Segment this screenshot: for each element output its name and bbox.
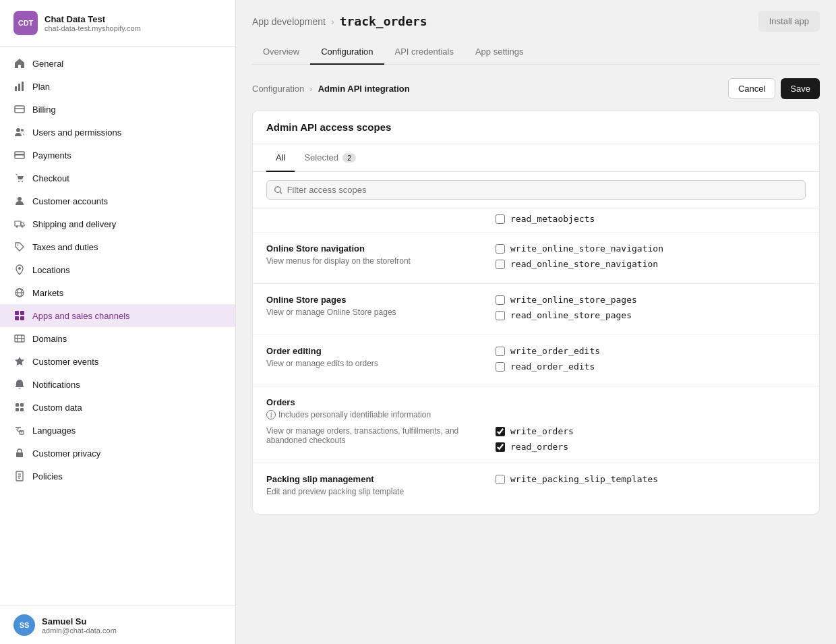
label-read-orders[interactable]: read_orders — [510, 442, 568, 452]
api-scopes-card: Admin API access scopes All Selected 2 — [252, 110, 820, 515]
sidebar-label-general: General — [32, 59, 63, 69]
label-write-packing-slip-templates[interactable]: write_packing_slip_templates — [510, 474, 658, 484]
sidebar-item-general[interactable]: General — [0, 52, 235, 75]
sidebar-item-customer-privacy[interactable]: Customer privacy — [0, 442, 235, 465]
svg-point-13 — [22, 226, 24, 228]
cancel-button[interactable]: Cancel — [728, 78, 775, 99]
sidebar-item-domains[interactable]: Domains — [0, 327, 235, 350]
breadcrumb-parent[interactable]: App development — [252, 16, 326, 27]
sidebar-label-payments: Payments — [32, 150, 71, 160]
svg-rect-3 — [15, 106, 24, 113]
checkbox-write-packing-slip-templates[interactable] — [496, 475, 505, 484]
doc-icon — [13, 470, 26, 482]
scope-tab-selected[interactable]: Selected 2 — [295, 144, 365, 172]
checkbox-read-online-store-pages[interactable] — [496, 311, 505, 320]
tab-app-settings[interactable]: App settings — [465, 40, 535, 65]
save-button[interactable]: Save — [781, 78, 820, 99]
sidebar-item-taxes[interactable]: Taxes and duties — [0, 235, 235, 258]
scope-checks-col-online-store-nav: write_online_store_navigation read_onlin… — [496, 243, 806, 269]
sidebar-item-users[interactable]: Users and permissions — [0, 121, 235, 144]
scope-tab-all[interactable]: All — [266, 144, 295, 172]
label-write-order-edits[interactable]: write_order_edits — [510, 346, 600, 356]
label-read-metaobjects[interactable]: read_metaobjects — [510, 214, 595, 224]
svg-point-6 — [21, 129, 24, 131]
users-icon — [13, 126, 26, 138]
scope-section-order-editing: Order editing View or manage edits to or… — [253, 335, 819, 386]
svg-rect-27 — [20, 408, 24, 411]
scope-section-orders: Orders i Includes personally identifiabl… — [253, 386, 819, 463]
sidebar-label-checkout: Checkout — [32, 173, 69, 183]
main-tabs: Overview Configuration API credentials A… — [252, 40, 820, 65]
checkbox-read-orders[interactable] — [496, 442, 505, 452]
sidebar-label-policies: Policies — [32, 471, 63, 481]
scope-checks-col-packing-slip: write_packing_slip_templates — [496, 474, 806, 484]
store-header[interactable]: CDT Chat Data Test chat-data-test.myshop… — [0, 0, 235, 47]
scope-item-read-orders: read_orders — [496, 442, 806, 452]
scope-checks-col-online-store-pages: write_online_store_pages read_online_sto… — [496, 295, 806, 320]
checkbox-read-online-store-navigation[interactable] — [496, 260, 505, 269]
tab-overview[interactable]: Overview — [252, 40, 310, 65]
store-info: Chat Data Test chat-data-test.myshopify.… — [44, 14, 141, 32]
sidebar-item-shipping[interactable]: Shipping and delivery — [0, 212, 235, 235]
scope-body-orders: View or manage orders, transactions, ful… — [266, 426, 806, 452]
sidebar-item-notifications[interactable]: Notifications — [0, 373, 235, 396]
sidebar-item-languages[interactable]: Languages — [0, 419, 235, 442]
user-footer[interactable]: SS Samuel Su admin@chat-data.com — [0, 606, 235, 644]
user-email: admin@chat-data.com — [42, 626, 117, 635]
label-write-orders[interactable]: write_orders — [510, 426, 574, 436]
sidebar-label-markets: Markets — [32, 288, 63, 298]
sidebar-label-customer-events: Customer events — [32, 357, 98, 367]
filter-input[interactable] — [287, 185, 798, 195]
label-read-online-store-pages[interactable]: read_online_store_pages — [510, 310, 632, 320]
sidebar-item-locations[interactable]: Locations — [0, 258, 235, 281]
checkbox-read-order-edits[interactable] — [496, 362, 505, 372]
sidebar-item-payments[interactable]: Payments — [0, 144, 235, 167]
label-write-online-store-navigation[interactable]: write_online_store_navigation — [510, 243, 663, 254]
content-area: Overview Configuration API credentials A… — [236, 32, 836, 644]
sidebar-item-checkout[interactable]: Checkout — [0, 167, 235, 189]
sub-breadcrumb-current: Admin API integration — [318, 84, 410, 94]
label-read-online-store-navigation[interactable]: read_online_store_navigation — [510, 259, 658, 269]
scope-item-read-online-store-navigation: read_online_store_navigation — [496, 259, 806, 269]
checkbox-write-orders[interactable] — [496, 427, 505, 436]
store-name: Chat Data Test — [44, 14, 141, 24]
svg-rect-8 — [15, 154, 24, 156]
tab-api-credentials[interactable]: API credentials — [384, 40, 465, 65]
install-app-button[interactable]: Install app — [758, 11, 820, 32]
sidebar-item-customer-events[interactable]: Customer events — [0, 350, 235, 373]
sidebar-label-users: Users and permissions — [32, 127, 121, 138]
checkbox-read-metaobjects[interactable] — [496, 214, 505, 224]
checkbox-write-online-store-navigation[interactable] — [496, 244, 505, 254]
svg-point-12 — [16, 226, 18, 228]
scope-tab-selected-label: Selected — [304, 152, 338, 163]
label-read-order-edits[interactable]: read_order_edits — [510, 361, 595, 372]
sidebar-item-apps[interactable]: Apps and sales channels — [0, 304, 235, 327]
label-write-online-store-pages[interactable]: write_online_store_pages — [510, 295, 637, 305]
svg-rect-22 — [20, 316, 24, 320]
scope-desc-col-packing-slip: Packing slip management Edit and preview… — [266, 474, 482, 503]
breadcrumb-current: track_orders — [340, 14, 427, 28]
sidebar-item-customer-accounts[interactable]: Customer accounts — [0, 189, 235, 212]
sidebar-item-policies[interactable]: Policies — [0, 465, 235, 488]
scope-section-info-text-orders: Includes personally identifiable informa… — [278, 410, 431, 419]
checkbox-write-online-store-pages[interactable] — [496, 295, 505, 305]
events-icon — [13, 355, 26, 368]
scope-body-order-editing: Order editing View or manage edits to or… — [266, 346, 806, 375]
svg-point-15 — [18, 267, 21, 270]
scope-selected-badge: 2 — [342, 153, 356, 163]
sidebar-item-markets[interactable]: Markets — [0, 281, 235, 304]
sidebar-item-plan[interactable]: Plan — [0, 75, 235, 98]
breadcrumb-separator: › — [331, 16, 334, 27]
apps-icon — [13, 310, 26, 322]
sidebar-item-billing[interactable]: Billing — [0, 98, 235, 121]
checkbox-write-order-edits[interactable] — [496, 347, 505, 356]
data-icon — [13, 401, 26, 413]
sub-breadcrumb-parent[interactable]: Configuration — [252, 84, 304, 94]
sidebar-label-locations: Locations — [32, 265, 70, 275]
sidebar-label-apps: Apps and sales channels — [32, 311, 130, 321]
scope-body-packing-slip: Packing slip management Edit and preview… — [266, 474, 806, 503]
sidebar-item-custom-data[interactable]: Custom data — [0, 396, 235, 419]
domain-icon — [13, 332, 26, 345]
tab-configuration[interactable]: Configuration — [310, 40, 384, 65]
sidebar-nav: General Plan Billing Users and permissio… — [0, 47, 235, 606]
